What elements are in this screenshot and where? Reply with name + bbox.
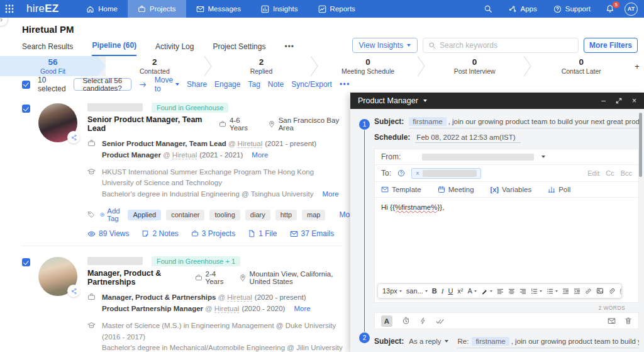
more-actions-icon[interactable]: ••• — [340, 80, 350, 89]
views-stat[interactable]: 89 Views — [87, 229, 129, 238]
close-icon[interactable]: × — [632, 96, 636, 105]
outdent-icon[interactable] — [562, 288, 569, 295]
email-body-editor[interactable]: Hi {{%firstname%}}, 13px san... B I U x²… — [375, 198, 638, 303]
education-more-link[interactable]: More — [322, 190, 338, 198]
tab-project-settings[interactable]: Project Settings — [213, 42, 265, 56]
cc-link[interactable]: Cc — [606, 169, 614, 177]
edit-recipients-link[interactable]: Edit — [587, 169, 599, 177]
share-icon[interactable] — [67, 131, 80, 144]
remove-recipient-icon[interactable]: × — [416, 170, 419, 177]
image-icon[interactable] — [596, 287, 604, 295]
question-circle-icon[interactable] — [397, 169, 405, 177]
share-button[interactable]: Share — [187, 80, 207, 89]
nav-item-messages[interactable]: Messages — [186, 0, 251, 18]
keyword-search[interactable] — [423, 38, 579, 53]
meeting-button[interactable]: Meeting — [438, 186, 474, 193]
double-check-icon[interactable] — [436, 317, 445, 325]
bold-button[interactable]: B — [432, 287, 437, 295]
stage-meeting-schedule[interactable]: 0 Meeting Schedule — [319, 56, 417, 76]
poll-button[interactable]: Poll — [548, 186, 570, 193]
candidate-avatar[interactable] — [38, 257, 77, 296]
work-more-link[interactable]: More — [294, 305, 310, 312]
align-center-icon[interactable] — [508, 288, 515, 295]
composer-titlebar[interactable]: Product Manager – × — [350, 93, 644, 109]
user-avatar[interactable]: AT — [625, 3, 638, 16]
bullet-list-icon[interactable] — [547, 288, 558, 295]
send-test-icon[interactable] — [608, 317, 616, 325]
recipient-chip[interactable]: × — [411, 168, 481, 179]
to-field[interactable]: To: × Edit Cc Bcc — [375, 165, 638, 182]
engage-button[interactable]: Engage — [214, 80, 240, 89]
font-size-select[interactable]: 13px — [382, 287, 402, 295]
notifications-bell-icon[interactable]: 5 — [602, 4, 618, 13]
add-stage-button[interactable]: + — [630, 56, 644, 76]
lightning-icon[interactable] — [419, 317, 426, 325]
align-left-icon[interactable] — [497, 288, 504, 295]
global-search-icon[interactable] — [479, 0, 497, 18]
tag-chip[interactable]: container — [166, 210, 204, 220]
nav-item-apps[interactable]: Apps — [504, 0, 542, 18]
note-button[interactable]: Note — [268, 80, 284, 89]
move-to-button[interactable]: Move to — [155, 76, 179, 93]
variables-button[interactable]: [x]Variables — [491, 186, 532, 193]
reply-mode-select[interactable]: As a reply — [409, 338, 448, 345]
nav-item-insights[interactable]: Insights — [251, 0, 308, 18]
select-all-checkbox[interactable] — [22, 81, 30, 89]
italic-button[interactable]: I — [441, 287, 444, 295]
notes-stat[interactable]: 2 Notes — [142, 229, 178, 238]
stage-contact-later[interactable]: 0 Contact Later — [532, 56, 630, 76]
step2-subject-input[interactable]: Re: firstname , join our growing product… — [457, 337, 639, 348]
align-right-icon[interactable] — [519, 288, 526, 295]
font-family-select[interactable]: san... — [406, 287, 428, 295]
candidate-checkbox[interactable] — [22, 258, 30, 266]
add-tag-button[interactable]: Add Tag — [100, 207, 123, 222]
expand-button[interactable] — [616, 98, 622, 104]
composer-scrollbar[interactable] — [639, 113, 642, 177]
select-all-candidates-button[interactable]: Select all 56 candidates? — [74, 78, 131, 91]
nav-item-home[interactable]: Home — [76, 0, 128, 18]
search-input[interactable] — [440, 41, 573, 50]
underline-button[interactable]: U — [448, 287, 453, 295]
candidate-card[interactable]: Found in Greenhouse Senior Product Manag… — [0, 93, 350, 238]
text-color-button[interactable]: A — [468, 287, 477, 295]
variable-chip[interactable]: firstname — [409, 117, 446, 126]
files-stat[interactable]: 1 File — [248, 229, 277, 238]
tab-search-results[interactable]: Search Results — [22, 42, 73, 56]
highlight-color-button[interactable] — [481, 288, 492, 295]
link-icon[interactable] — [585, 288, 592, 295]
stage-contacted[interactable]: 2 Contacted — [106, 56, 204, 76]
stage-good-fit[interactable]: 56 Good Fit — [0, 56, 106, 76]
from-field[interactable]: From: — [375, 149, 638, 165]
projects-stat[interactable]: 3 Projects — [191, 229, 235, 238]
nav-item-reports[interactable]: Reports — [308, 0, 365, 18]
work-more-link[interactable]: More — [252, 151, 268, 159]
tag-chip[interactable]: http — [275, 210, 297, 220]
trash-icon[interactable] — [625, 317, 632, 325]
candidate-avatar[interactable] — [38, 103, 77, 142]
indent-icon[interactable] — [574, 288, 580, 295]
tab-activity-log[interactable]: Activity Log — [155, 42, 194, 56]
tag-chip[interactable]: diary — [245, 210, 270, 220]
bcc-link[interactable]: Bcc — [621, 169, 632, 177]
tag-chip[interactable]: tooling — [209, 210, 240, 220]
attachment-icon[interactable] — [608, 288, 615, 295]
view-insights-button[interactable]: View Insights — [352, 38, 418, 53]
timer-icon[interactable] — [402, 317, 410, 325]
variable-chip[interactable]: firstname — [472, 337, 509, 346]
stage-post-interview[interactable]: 0 Post Interview — [426, 56, 524, 76]
tag-chip[interactable]: Applied — [128, 210, 161, 220]
ordered-list-icon[interactable] — [531, 288, 542, 295]
candidate-checkbox[interactable] — [22, 105, 30, 113]
chevron-down-icon[interactable] — [423, 99, 427, 102]
minimize-button[interactable]: – — [601, 96, 606, 105]
calendar-icon[interactable] — [619, 288, 622, 295]
nav-item-projects[interactable]: Projects — [128, 0, 186, 18]
stage-replied[interactable]: 2 Replied — [213, 56, 311, 76]
format-toggle-button[interactable]: A — [381, 315, 392, 327]
tags-more-link[interactable]: More — [339, 210, 350, 219]
emails-stat[interactable]: 37 Emails — [290, 229, 335, 238]
hireez-logo[interactable]: hireEZ — [26, 3, 58, 15]
app-grid-icon[interactable] — [0, 0, 19, 18]
share-icon[interactable] — [67, 285, 80, 297]
schedule-datetime[interactable]: Feb 08, 2022 at 12:53 am(IST) — [415, 133, 520, 143]
